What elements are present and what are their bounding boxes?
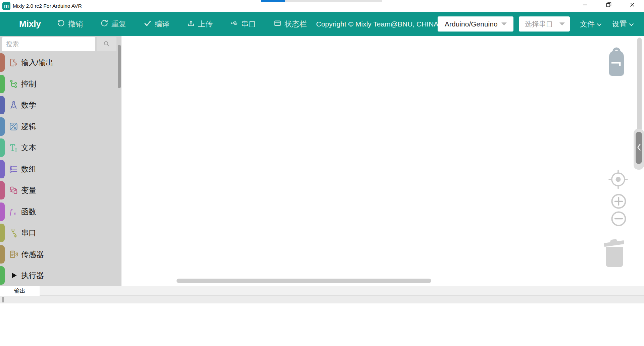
main-toolbar: Mixly 撤销 重复 编译 上传 [0,12,644,37]
compile-button[interactable]: 编译 [144,19,169,29]
toolbar-buttons: 撤销 重复 编译 上传 [57,12,307,36]
list-bullets-icon [9,164,18,174]
trash-icon[interactable] [603,236,626,270]
redo-button[interactable]: 重复 [100,19,126,29]
sidebar-item-serial[interactable]: 串口 [0,224,121,242]
io-arrows-icon [9,58,18,67]
category-label: 传感器 [21,245,44,264]
panel-collapse-handle[interactable] [636,132,642,164]
search-button[interactable] [97,37,116,51]
compass-icon [9,100,18,110]
branch-icon [9,79,18,89]
restore-button[interactable] [603,0,614,11]
function-fx-icon: f x [9,207,18,217]
zoom-reset-button[interactable] [608,169,628,191]
redo-icon [100,19,108,29]
sidebar-item-actuator[interactable]: 执行器 [0,266,121,285]
workspace-canvas[interactable] [121,36,644,286]
category-color-bar [0,224,5,242]
sidebar-item-function[interactable]: f x 函数 [0,203,121,221]
chevron-down-triangle [501,22,507,25]
category-color-bar [0,245,5,264]
minimize-button[interactable] [579,0,591,11]
port-select[interactable]: 选择串口 [519,16,570,32]
menu-file-label: 文件 [580,19,595,29]
undo-label: 撤销 [68,19,83,29]
compile-label: 编译 [155,19,169,29]
category-label: 函数 [21,203,36,221]
output-tabstrip [0,286,644,296]
category-label: 控制 [21,75,36,93]
category-label: 串口 [21,224,36,242]
menu-settings-label: 设置 [612,19,627,29]
window-title: Mixly 2.0 rc2 For Arduino AVR [13,0,82,12]
progress-fill [261,0,285,2]
mixly-logo-icon: m [2,2,10,10]
zoom-in-icon [611,204,626,210]
redo-label: 重复 [111,19,126,29]
category-label: 逻辑 [21,117,36,136]
board-select[interactable]: Arduino/Genuino [438,16,513,32]
progress-bar [261,0,382,2]
sidebar-item-variable[interactable]: 变量 [0,181,121,199]
category-color-bar [0,96,5,114]
category-color-bar [0,181,5,199]
undo-icon [57,19,65,29]
sidebar-item-text[interactable]: 文本 [0,138,121,157]
logic-check-x-icon [9,122,18,131]
minimize-icon [582,2,588,9]
statusbar-icon [274,19,282,29]
category-color-bar [0,160,5,178]
sidebar-item-sensor[interactable]: 传感器 [0,245,121,264]
restore-icon [606,2,612,9]
console-active-line [0,296,644,303]
chevron-down-triangle [559,22,565,25]
category-color-bar [0,203,5,221]
board-select-value: Arduino/Genuino [445,20,498,28]
horizontal-scrollbar[interactable] [177,279,431,283]
zoom-in-button[interactable] [611,194,626,210]
console-output-area[interactable] [0,303,644,346]
chevron-down-icon [597,20,602,28]
category-color-bar [0,266,5,285]
zoom-out-icon [611,222,626,227]
menu-file[interactable]: 文件 [580,12,602,36]
backpack-icon[interactable] [606,46,627,78]
vertical-scrollbar[interactable] [637,38,642,131]
zoom-reset-target-icon [608,185,628,190]
mixly-app-window: { "window": { "title": "Mixly 2.0 rc2 Fo… [0,0,644,346]
undo-button[interactable]: 撤销 [57,19,83,29]
sidebar-item-math[interactable]: 数学 [0,96,121,114]
statusbar-label: 状态栏 [285,19,307,29]
category-color-bar [0,75,5,93]
sidebar-item-control[interactable]: 控制 [0,75,121,93]
console-caret [2,297,4,302]
serial-monitor-button[interactable]: 串口 [230,19,256,29]
zoom-out-button[interactable] [611,211,626,228]
sidebar-item-array[interactable]: 数组 [0,160,121,178]
sidebar-item-logic[interactable]: 逻辑 [0,117,121,136]
category-label: 输入/输出 [21,53,53,72]
tab-output[interactable]: 输出 [0,286,40,296]
copyright-text: Copyright © Mixly Team@BNU, CHINA [316,12,438,36]
play-triangle-icon [9,271,18,280]
chevron-down-icon [629,20,634,28]
category-label: 变量 [21,181,36,199]
svg-text:f: f [10,207,13,216]
text-T-icon [9,143,18,153]
upload-button[interactable]: 上传 [187,19,213,29]
menu-settings[interactable]: 设置 [612,12,634,36]
swap-squares-icon [9,185,18,195]
category-label: 文本 [21,138,36,157]
usb-serial-icon [230,19,238,29]
search-input[interactable] [2,37,95,51]
titlebar: m Mixly 2.0 rc2 For Arduino AVR [0,0,644,12]
statusbar-button[interactable]: 状态栏 [274,19,307,29]
sidebar-item-input-output[interactable]: 输入/输出 [0,53,121,72]
category-list: 输入/输出 控制 数学 [0,53,121,286]
collapse-chevron-icon [637,142,641,153]
search-icon [103,41,110,48]
compile-check-icon [144,19,152,29]
close-button[interactable] [627,0,638,11]
cable-plug-icon [9,228,18,238]
